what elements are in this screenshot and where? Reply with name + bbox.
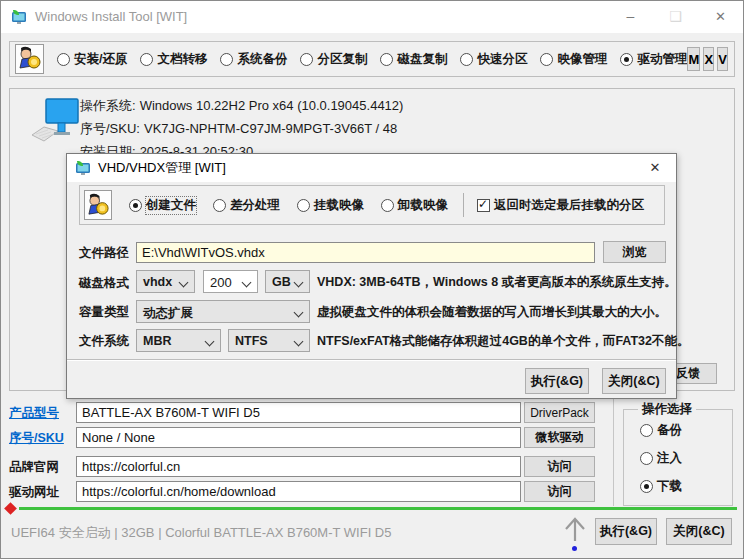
- mode-radio-label: 差分处理: [230, 197, 280, 214]
- main-close-button[interactable]: 关闭(&C): [666, 518, 732, 545]
- nav-radio-system-backup[interactable]: 系统备份: [220, 51, 287, 68]
- maximize-button[interactable]: ❑: [653, 1, 698, 32]
- driver-url-field[interactable]: [76, 481, 521, 502]
- capacity-type-label: 容量类型: [79, 304, 129, 321]
- radio-icon: [380, 53, 393, 66]
- select-partition-checkbox[interactable]: 返回时选定最后挂载的分区: [477, 197, 644, 214]
- sku-value: VK7JG-NPHTM-C97JM-9MPGT-3V66T / 48: [144, 121, 397, 136]
- computer-icon: [30, 97, 80, 149]
- mode-divider: [463, 193, 464, 217]
- radio-icon: [640, 452, 653, 465]
- nav-group: 安装/还原 文档转移 系统备份 分区复制 磁盘复制 快速分区 映像管理 驱动管: [9, 41, 735, 77]
- op-radio-download[interactable]: 下载: [640, 478, 682, 495]
- brand-site-label: 品牌官网: [9, 459, 59, 476]
- os-label: 操作系统:: [80, 98, 136, 113]
- radio-icon: [129, 199, 142, 212]
- op-radio-backup[interactable]: 备份: [640, 422, 682, 439]
- progress-bar: [19, 507, 737, 510]
- visit-brand-button[interactable]: 访问: [524, 456, 595, 477]
- vhd-dialog: VHD/VHDX管理 [WIT] ✕ 创建文件 差分处理: [66, 153, 677, 399]
- partition-style-select[interactable]: MBR: [136, 329, 221, 352]
- nav-radio-partition-copy[interactable]: 分区复制: [300, 51, 367, 68]
- op-radio-label: 备份: [657, 422, 682, 439]
- nav-radio-label: 系统备份: [237, 51, 287, 68]
- disk-format-select[interactable]: vhdx: [136, 270, 195, 293]
- file-system-select[interactable]: NTFS: [228, 329, 310, 352]
- v-button[interactable]: V: [717, 47, 728, 71]
- nav-radio-label: 驱动管理: [637, 51, 687, 68]
- capacity-type-select[interactable]: 动态扩展: [136, 300, 310, 323]
- radio-icon: [140, 53, 153, 66]
- x-button[interactable]: X: [703, 47, 714, 71]
- checkbox-label: 返回时选定最后挂载的分区: [494, 197, 644, 214]
- mode-radio-diff-process[interactable]: 差分处理: [213, 197, 280, 214]
- main-window: Windows Install Tool [WIT] – ❑ ✕ 安装/还原 文…: [0, 0, 744, 559]
- brand-site-field[interactable]: [76, 456, 521, 477]
- nav-radio-install-restore[interactable]: 安装/还原: [57, 51, 127, 68]
- op-radio-label: 下载: [657, 478, 682, 495]
- serial-sku-field[interactable]: [76, 427, 521, 448]
- driverpack-button[interactable]: DriverPack: [524, 402, 595, 423]
- radio-icon: [640, 424, 653, 437]
- radio-icon: [540, 53, 553, 66]
- browse-button[interactable]: 浏览: [603, 241, 666, 263]
- mode-radio-mount-image[interactable]: 挂载映像: [297, 197, 364, 214]
- mode-radio-unmount-image[interactable]: 卸载映像: [381, 197, 448, 214]
- dialog-close-button[interactable]: 关闭(&C): [602, 368, 666, 394]
- dialog-title: VHD/VHDX管理 [WIT]: [98, 154, 226, 182]
- mascot-icon: [15, 44, 44, 74]
- m-button[interactable]: M: [687, 47, 700, 71]
- radio-icon: [297, 199, 310, 212]
- serial-sku-link[interactable]: 序号/SKU: [9, 430, 64, 447]
- file-path-field[interactable]: [136, 242, 595, 263]
- microsoft-driver-button[interactable]: 微软驱动: [524, 427, 595, 448]
- radio-icon: [300, 53, 313, 66]
- nav-radio-label: 快速分区: [477, 51, 527, 68]
- nav-radio-label: 安装/还原: [74, 51, 127, 68]
- disk-size-select[interactable]: 200: [203, 270, 258, 293]
- file-system-hint: NTFS/exFAT格式能储存体积超过4GB的单个文件，而FAT32不能。: [317, 333, 689, 350]
- mode-radio-label: 挂载映像: [314, 197, 364, 214]
- window-title: Windows Install Tool [WIT]: [35, 1, 187, 33]
- nav-radio-label: 文档转移: [157, 51, 207, 68]
- close-button[interactable]: ✕: [698, 1, 743, 32]
- checkbox-icon: [477, 199, 490, 212]
- radio-icon: [381, 199, 394, 212]
- nav-radio-label: 映像管理: [557, 51, 607, 68]
- driver-url-label: 驱动网址: [9, 484, 59, 501]
- file-system-label: 文件系统: [79, 333, 129, 350]
- operation-select-group: 操作选择 备份 注入 下载: [623, 409, 733, 506]
- op-radio-inject[interactable]: 注入: [640, 450, 682, 467]
- radio-icon: [620, 53, 633, 66]
- nav-radio-label: 分区复制: [317, 51, 367, 68]
- os-info-line: 操作系统:Windows 10.22H2 Pro x64 (10.0.19045…: [80, 97, 403, 115]
- mode-radio-label: 创建文件: [146, 197, 196, 214]
- product-model-field[interactable]: [76, 402, 521, 423]
- minimize-button[interactable]: –: [608, 1, 653, 32]
- status-text: UEFI64 安全启动 | 32GB | Colorful BATTLE-AX …: [11, 524, 391, 542]
- disk-format-hint: VHDX: 3MB-64TB，Windows 8 或者更高版本的系统原生支持。: [317, 274, 677, 291]
- nav-radio-driver-manage[interactable]: 驱动管理: [620, 51, 687, 68]
- operation-select-title: 操作选择: [638, 401, 696, 418]
- nav-radio-disk-copy[interactable]: 磁盘复制: [380, 51, 447, 68]
- radio-icon: [220, 53, 233, 66]
- os-value: Windows 10.22H2 Pro x64 (10.0.19045.4412…: [140, 98, 404, 113]
- nav-radio-doc-transfer[interactable]: 文档转移: [140, 51, 207, 68]
- main-execute-button[interactable]: 执行(&G): [595, 518, 657, 545]
- progress-marker-icon: [4, 502, 17, 515]
- nav-radio-image-manage[interactable]: 映像管理: [540, 51, 607, 68]
- mode-radio-create-file[interactable]: 创建文件: [129, 197, 196, 214]
- size-unit-select[interactable]: GB: [265, 270, 310, 293]
- product-model-link[interactable]: 产品型号: [9, 405, 59, 422]
- dialog-execute-button[interactable]: 执行(&G): [525, 368, 589, 394]
- nav-radio-quick-partition[interactable]: 快速分区: [460, 51, 527, 68]
- visit-driver-button[interactable]: 访问: [524, 481, 595, 502]
- scroll-up-arrow-icon[interactable]: [562, 514, 588, 544]
- sku-label: 序号/SKU:: [80, 121, 140, 136]
- dialog-close-icon[interactable]: ✕: [634, 154, 676, 182]
- blue-dot-indicator: [572, 546, 577, 551]
- sku-info-line: 序号/SKU:VK7JG-NPHTM-C97JM-9MPGT-3V66T / 4…: [80, 120, 397, 138]
- mascot-icon: [84, 190, 112, 220]
- dialog-mode-group: 创建文件 差分处理 挂载映像 卸载映像 返回时选定最后挂载的分区: [79, 185, 665, 225]
- nav-radio-label: 磁盘复制: [397, 51, 447, 68]
